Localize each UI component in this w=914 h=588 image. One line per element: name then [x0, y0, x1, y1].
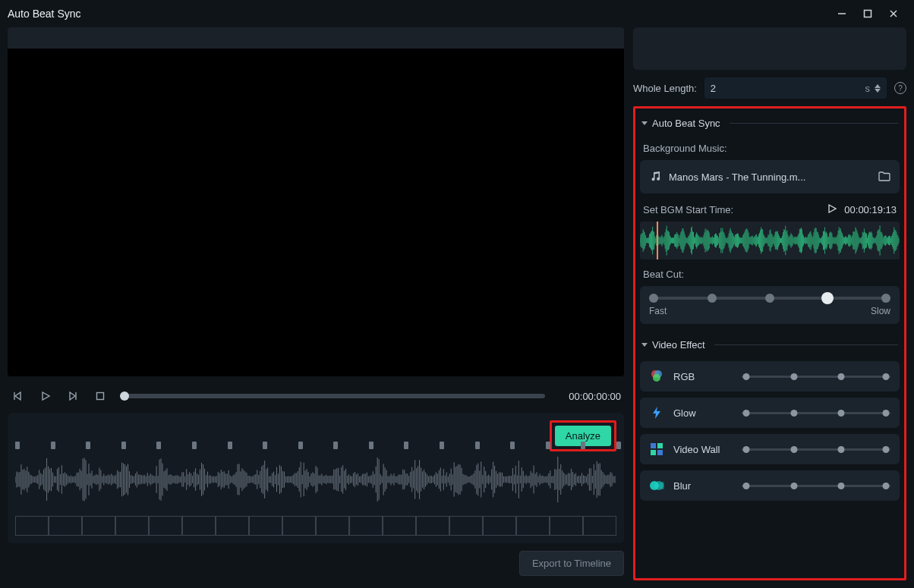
bgm-playhead[interactable] [657, 222, 658, 259]
video-preview [8, 27, 624, 376]
beat-marker[interactable] [121, 442, 126, 449]
stop-button[interactable] [93, 388, 108, 404]
svg-rect-747 [657, 450, 663, 455]
section-video-effect-header[interactable]: Video Effect [640, 335, 900, 355]
beat-cut-slider[interactable]: Fast Slow [640, 286, 900, 324]
whole-length-row: Whole Length: s ? [633, 77, 906, 99]
set-bgm-start-label: Set BGM Start Time: [643, 204, 820, 215]
section-autobeat-title: Auto Beat Sync [652, 118, 720, 129]
beat-marker[interactable] [616, 442, 621, 449]
whole-length-field[interactable]: s [704, 77, 887, 99]
beat-marker[interactable] [263, 442, 267, 449]
bg-music-name: Manos Mars - The Tunning.m... [669, 171, 871, 183]
beat-marker[interactable] [51, 442, 55, 449]
beat-marker[interactable] [510, 442, 515, 449]
fx-name: Blur [673, 480, 733, 492]
fx-slider[interactable] [742, 412, 890, 414]
fx-name: Glow [673, 407, 733, 419]
clip-segment[interactable] [216, 516, 249, 536]
beat-cut-label: Beat Cut: [643, 269, 897, 280]
clip-segment[interactable] [449, 516, 483, 536]
svg-marker-410 [829, 205, 836, 212]
fx-row[interactable]: Glow [640, 398, 900, 428]
bg-music-row[interactable]: Manos Mars - The Tunning.m... [640, 160, 900, 193]
fx-slider[interactable] [742, 448, 890, 451]
beat-marker[interactable] [369, 442, 373, 449]
transport-bar: 00:00:00:00 [8, 384, 624, 405]
close-button[interactable] [881, 3, 906, 24]
export-to-timeline-button[interactable]: Export to Timeline [519, 551, 624, 576]
whole-length-unit: s [865, 83, 871, 94]
clip-segment[interactable] [182, 516, 216, 536]
svg-point-743 [653, 374, 660, 382]
beat-marker[interactable] [192, 442, 197, 449]
clip-segment[interactable] [15, 516, 49, 536]
fx-name: Video Wall [673, 444, 733, 455]
beat-slow-label: Slow [871, 306, 890, 316]
fx-row[interactable]: Video Wall [640, 434, 900, 464]
fx-row[interactable]: RGB [640, 361, 900, 391]
beat-marker[interactable] [404, 442, 408, 449]
preview-timecode: 00:00:00:00 [557, 391, 621, 402]
music-note-icon [649, 170, 661, 184]
title-bar: Auto Beat Sync [0, 0, 914, 27]
clip-segment[interactable] [316, 516, 349, 536]
fx-row[interactable]: Blur [640, 470, 900, 501]
timeline-waveform[interactable] [15, 449, 616, 510]
clip-segment[interactable] [49, 516, 82, 536]
right-preview-placeholder [633, 27, 906, 70]
section-autobeat-header[interactable]: Auto Beat Sync [640, 113, 900, 134]
beat-marker[interactable] [86, 442, 90, 449]
bgm-start-time: 00:00:19:13 [844, 204, 897, 215]
clip-segment[interactable] [349, 516, 383, 536]
chevron-down-icon [641, 121, 648, 125]
clip-segment[interactable] [416, 516, 449, 536]
folder-icon[interactable] [878, 171, 890, 184]
clip-segment[interactable] [583, 516, 616, 536]
bgm-waveform[interactable] [640, 222, 900, 259]
beat-marker[interactable] [475, 442, 480, 449]
clip-segment[interactable] [149, 516, 182, 536]
blur-icon [649, 478, 664, 493]
beat-marker[interactable] [546, 442, 550, 449]
beat-marker[interactable] [333, 442, 338, 449]
beat-marker[interactable] [228, 442, 232, 449]
svg-rect-745 [657, 443, 663, 448]
clip-segment[interactable] [249, 516, 282, 536]
clip-segment[interactable] [483, 516, 516, 536]
fx-name: RGB [673, 371, 733, 382]
beat-marker[interactable] [581, 442, 585, 449]
clip-segment[interactable] [115, 516, 149, 536]
beat-marker[interactable] [440, 442, 444, 449]
rgb-icon [649, 369, 664, 384]
svg-rect-744 [651, 443, 656, 448]
svg-marker-7 [70, 392, 75, 400]
play-button[interactable] [38, 388, 53, 404]
fx-slider[interactable] [742, 376, 890, 378]
clip-segment[interactable] [82, 516, 115, 536]
clip-segment[interactable] [550, 516, 583, 536]
prev-frame-button[interactable] [11, 388, 26, 404]
bgm-play-button[interactable] [827, 204, 837, 215]
clip-segment[interactable] [516, 516, 550, 536]
video-wall-icon [649, 442, 664, 457]
maximize-button[interactable] [855, 3, 881, 24]
beat-marker[interactable] [15, 442, 20, 449]
whole-length-stepper[interactable] [875, 81, 881, 96]
clip-segments[interactable] [15, 516, 616, 536]
whole-length-input[interactable] [711, 83, 861, 94]
chevron-down-icon [641, 343, 648, 347]
fx-slider[interactable] [742, 485, 890, 487]
seek-slider[interactable] [120, 394, 545, 398]
minimize-button[interactable] [829, 3, 855, 24]
beat-marker[interactable] [298, 442, 303, 449]
clip-segment[interactable] [383, 516, 416, 536]
help-icon[interactable]: ? [894, 82, 906, 94]
next-frame-button[interactable] [65, 388, 80, 404]
glow-icon [649, 405, 664, 420]
svg-rect-9 [97, 393, 104, 400]
settings-highlight: Auto Beat Sync Background Music: Manos M… [633, 106, 906, 580]
timeline-panel: Analyze [8, 413, 624, 543]
beat-marker[interactable] [156, 442, 161, 449]
clip-segment[interactable] [282, 516, 316, 536]
